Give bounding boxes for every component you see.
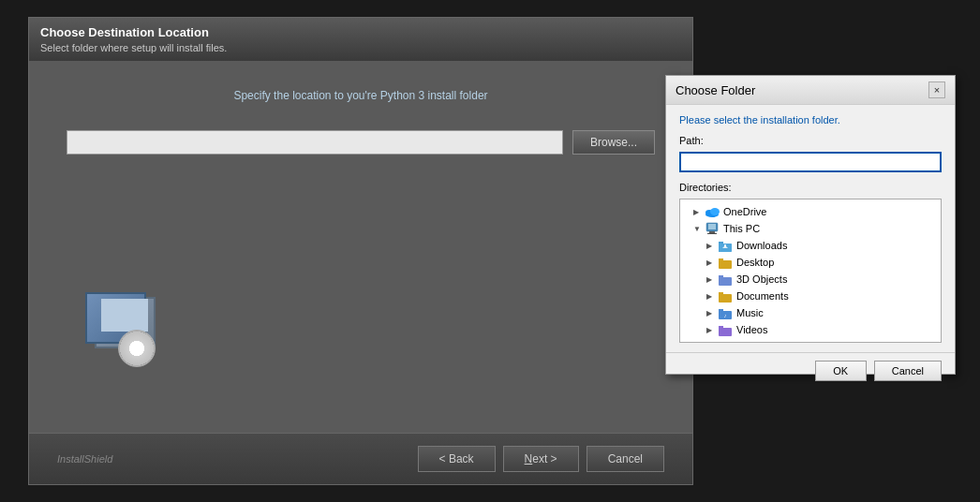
dialog-title: Choose Folder <box>676 83 755 97</box>
tree-item-downloads[interactable]: ▶ Downloads <box>680 237 941 254</box>
dialog-directories-label: Directories: <box>679 182 942 193</box>
onedrive-arrow-icon: ▶ <box>693 208 705 216</box>
dialog-instruction: Please select the installation folder. <box>679 114 942 126</box>
tree-item-music[interactable]: ▶ ♪ Music <box>680 304 941 321</box>
directory-tree[interactable]: ▶ OneDrive ▼ <box>679 199 942 343</box>
svg-rect-12 <box>724 244 726 247</box>
svg-rect-14 <box>719 258 723 261</box>
svg-rect-4 <box>708 224 716 229</box>
installer-title: Choose Destination Location <box>40 25 681 39</box>
videos-arrow-icon: ▶ <box>706 326 718 334</box>
cancel-button[interactable]: Cancel <box>587 446 664 472</box>
installer-instruction: Specify the location to you're Python 3 … <box>233 89 487 102</box>
desktop-arrow-icon: ▶ <box>706 258 718 267</box>
svg-rect-5 <box>709 231 715 233</box>
path-row: Browse... <box>67 130 655 155</box>
music-label: Music <box>736 307 764 318</box>
dialog-path-input[interactable] <box>679 152 942 172</box>
3dobjects-arrow-icon: ▶ <box>706 275 718 284</box>
videos-label: Videos <box>736 324 767 335</box>
onedrive-icon <box>705 205 720 218</box>
tree-scroll-area: ▶ OneDrive ▼ <box>680 199 941 342</box>
tree-item-videos[interactable]: ▶ Videos <box>680 321 941 338</box>
music-arrow-icon: ▶ <box>706 309 718 317</box>
downloads-label: Downloads <box>736 240 787 251</box>
3dobjects-folder-icon <box>718 273 733 286</box>
svg-rect-13 <box>719 260 732 269</box>
back-button[interactable]: < Back <box>418 446 496 472</box>
thispc-label: This PC <box>723 223 760 234</box>
dialog-ok-button[interactable]: OK <box>815 361 867 381</box>
desktop-folder-icon <box>718 256 733 269</box>
thispc-icon <box>705 222 720 235</box>
svg-rect-20 <box>719 309 723 312</box>
downloads-arrow-icon: ▶ <box>706 242 718 250</box>
tree-item-3dobjects[interactable]: ▶ 3D Objects <box>680 271 941 288</box>
dialog-cancel-button[interactable]: Cancel <box>874 361 942 381</box>
svg-rect-6 <box>707 233 717 234</box>
installer-footer: InstallShield < Back Next > Cancel <box>29 433 692 484</box>
installer-header: Choose Destination Location Select folde… <box>29 18 692 61</box>
svg-point-2 <box>710 208 720 215</box>
installer-window: Choose Destination Location Select folde… <box>28 17 693 485</box>
downloads-folder-icon <box>718 239 733 252</box>
installshield-logo: InstallShield <box>57 453 112 465</box>
documents-arrow-icon: ▶ <box>706 292 718 301</box>
dialog-close-button[interactable]: × <box>928 81 945 98</box>
svg-rect-23 <box>719 326 723 329</box>
thispc-arrow-icon: ▼ <box>693 225 705 233</box>
documents-folder-icon <box>718 289 733 303</box>
tree-item-thispc[interactable]: ▼ This PC <box>680 220 941 237</box>
installer-subtitle: Select folder where setup will install f… <box>40 42 681 53</box>
svg-rect-15 <box>719 277 732 286</box>
onedrive-label: OneDrive <box>723 206 766 217</box>
videos-folder-icon <box>718 323 733 336</box>
svg-rect-16 <box>719 275 723 278</box>
dialog-path-label: Path: <box>679 135 942 146</box>
documents-label: Documents <box>736 290 789 302</box>
tree-item-documents[interactable]: ▶ Documents <box>680 288 941 304</box>
dialog-footer: OK Cancel <box>666 352 955 389</box>
cd-icon <box>118 330 156 367</box>
footer-buttons: < Back Next > Cancel <box>418 446 664 472</box>
folder-dialog: Choose Folder × Please select the instal… <box>665 75 956 375</box>
next-button[interactable]: Next > <box>503 446 579 472</box>
3dobjects-label: 3D Objects <box>736 273 787 285</box>
next-label-rest: ext > <box>532 452 557 465</box>
tree-item-onedrive[interactable]: ▶ OneDrive <box>680 203 941 220</box>
browse-button[interactable]: Browse... <box>572 130 655 155</box>
music-folder-icon: ♪ <box>718 306 733 319</box>
desktop-label: Desktop <box>736 257 774 268</box>
install-path-input[interactable] <box>67 130 563 155</box>
installer-illustration <box>76 292 170 376</box>
installer-body: Specify the location to you're Python 3 … <box>29 61 692 433</box>
dialog-body: Please select the installation folder. P… <box>666 105 955 352</box>
monitor-screen-icon <box>101 299 148 332</box>
computer-icon <box>76 292 170 376</box>
dialog-titlebar: Choose Folder × <box>666 76 955 105</box>
svg-rect-22 <box>719 328 732 336</box>
svg-rect-18 <box>719 292 723 295</box>
next-label-underline: N <box>525 452 533 465</box>
tree-item-desktop[interactable]: ▶ Desktop <box>680 254 941 271</box>
svg-text:♪: ♪ <box>724 313 727 318</box>
svg-rect-17 <box>719 294 732 303</box>
